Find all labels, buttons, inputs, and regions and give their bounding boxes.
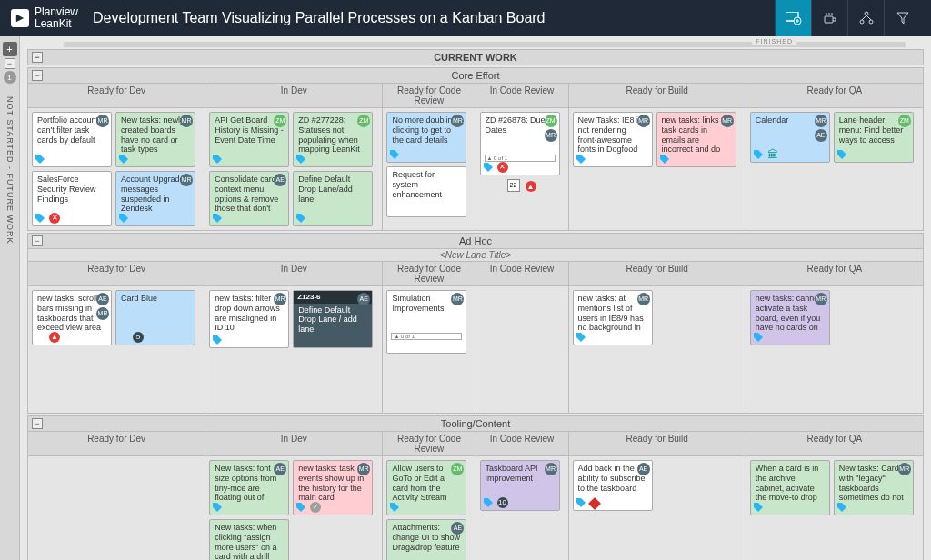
col-in-review[interactable]: In Code Review: [476, 262, 569, 286]
sublane-ad-hoc[interactable]: − Ad Hoc: [27, 233, 924, 249]
col-ready-dev[interactable]: Ready for Dev: [28, 262, 205, 286]
col-in-dev[interactable]: In Dev: [205, 432, 383, 456]
tag-icon: [295, 213, 306, 224]
col-ready-build[interactable]: Ready for Build: [569, 262, 746, 286]
lane-ready-qa[interactable]: When a card is in the archive cabinet, a…: [746, 456, 924, 560]
card[interactable]: Taskboard API ImprovementMR10: [480, 460, 560, 511]
col-ready-dev[interactable]: Ready for Dev: [28, 84, 205, 108]
sublane-core-effort[interactable]: − Core Effort: [27, 67, 924, 84]
card[interactable]: new tasks: at mentions list of users in …: [573, 290, 653, 345]
avatar: ZM: [357, 115, 370, 127]
card[interactable]: Z123-6Define Default Drop Lane / add lan…: [293, 290, 373, 348]
sidebar-add-button[interactable]: +: [3, 42, 17, 56]
card[interactable]: No more doubling clicking to get to the …: [386, 112, 466, 163]
sublane-tooling[interactable]: − Tooling/Content: [27, 415, 924, 432]
lane-ready-dev[interactable]: new tasks: scroll bars missing in taskbo…: [28, 286, 205, 414]
sidebar-collapse-button[interactable]: −: [5, 58, 15, 69]
coffee-icon[interactable]: [811, 0, 847, 36]
lane-ready-qa[interactable]: CalendarMRAE🏛 Lane header menu: Find bet…: [746, 108, 924, 231]
col-ready-dev[interactable]: Ready for Dev: [28, 432, 205, 456]
col-in-review[interactable]: In Code Review: [476, 432, 569, 456]
lane-in-dev[interactable]: API Get Board History is Missing - Event…: [205, 108, 383, 231]
finished-lane-collapsed[interactable]: FINISHED: [64, 42, 906, 47]
col-ready-review[interactable]: Ready for Code Review: [383, 262, 476, 286]
card[interactable]: Simulation ImprovementsMR▲ 0 of 1: [386, 290, 466, 354]
card[interactable]: Allow users to GoTo or Edit a card from …: [386, 460, 466, 515]
card[interactable]: Account Upgrade messages suspended in Ze…: [115, 171, 195, 226]
collapse-button[interactable]: −: [32, 235, 43, 246]
card[interactable]: New tasks: newly created boards have no …: [115, 112, 195, 167]
hierarchy-icon[interactable]: [847, 0, 884, 36]
swimlane-current-work[interactable]: − CURRENT WORK: [27, 49, 924, 65]
card[interactable]: Consolidate card context menu options & …: [209, 171, 289, 226]
col-ready-qa[interactable]: Ready for QA: [746, 432, 924, 456]
card[interactable]: API Get Board History is Missing - Event…: [209, 112, 289, 167]
col-ready-qa[interactable]: Ready for QA: [746, 262, 924, 286]
card[interactable]: Request for system enhancement: [386, 166, 466, 217]
lane-in-dev[interactable]: new tasks: filter drop down arrows are m…: [205, 286, 383, 414]
add-card-button[interactable]: [775, 0, 811, 36]
lane-ready-build[interactable]: new tasks: at mentions list of users in …: [569, 286, 746, 414]
card[interactable]: new tasks: links to task cards in emails…: [656, 112, 736, 167]
col-in-dev[interactable]: In Dev: [205, 262, 383, 286]
lane-ready-review[interactable]: No more doubling clicking to get to the …: [383, 108, 476, 231]
col-ready-build[interactable]: Ready for Build: [569, 432, 746, 456]
collapse-button[interactable]: −: [32, 52, 43, 63]
card[interactable]: Define Default Drop Lane/add lane: [293, 171, 373, 226]
card[interactable]: New tasks: font size options from tiny-m…: [209, 460, 289, 515]
col-in-review[interactable]: In Code Review: [476, 84, 569, 108]
lane-ready-qa[interactable]: new tasks: cannot activate a task board,…: [746, 286, 924, 414]
calendar-icon: 22: [507, 179, 520, 192]
lane-ready-build[interactable]: New Tasks: IE8 is not rendering front-aw…: [569, 108, 746, 231]
card[interactable]: SalesForce Security Review Findings✕: [32, 171, 112, 226]
tag-icon: [389, 502, 400, 513]
lane-in-review[interactable]: ZD #26878: Due Dates ZM MR ▲ 0 of 1 ✕ 22…: [476, 108, 569, 231]
card[interactable]: ZD #277228: Statuses not populating when…: [293, 112, 373, 167]
card[interactable]: new tasks: cannot activate a task board,…: [750, 290, 830, 345]
lane-in-review[interactable]: [476, 286, 569, 414]
tag-icon: [576, 497, 586, 508]
card[interactable]: Portfolio accounts can't filter task car…: [32, 112, 112, 167]
avatar: MR: [180, 115, 193, 127]
card[interactable]: New tasks: Cards with "legacy" taskboard…: [834, 460, 914, 515]
blocked-icon: ✕: [497, 162, 508, 173]
card[interactable]: New Tasks: IE8 is not rendering front-aw…: [573, 112, 653, 167]
finished-label: FINISHED: [752, 38, 796, 45]
lane-in-review[interactable]: Taskboard API ImprovementMR10: [476, 456, 569, 560]
card[interactable]: When a card is in the archive cabinet, a…: [750, 460, 830, 515]
card[interactable]: New tasks: when clicking "assign more us…: [209, 519, 289, 560]
avatar: AE: [274, 174, 286, 186]
tag-icon: [836, 502, 847, 513]
card[interactable]: Lane header menu: Find better ways to ac…: [834, 112, 914, 163]
lane-ready-review[interactable]: Allow users to GoTo or Edit a card from …: [383, 456, 476, 560]
col-ready-qa[interactable]: Ready for QA: [746, 84, 924, 108]
card[interactable]: ZD #26878: Due Dates ZM MR ▲ 0 of 1 ✕: [480, 112, 560, 175]
card[interactable]: new tasks: task events show up in the hi…: [293, 460, 373, 515]
card[interactable]: Attachments: change UI to show Drag&drop…: [386, 519, 466, 560]
avatar: MR: [357, 463, 370, 475]
lane-ready-review[interactable]: Simulation ImprovementsMR▲ 0 of 1: [383, 286, 476, 414]
filter-icon[interactable]: [884, 0, 920, 36]
card[interactable]: new tasks: scroll bars missing in taskbo…: [32, 290, 112, 345]
backlog-sidebar: + − 1 NOT STARTED - FUTURE WORK: [0, 36, 20, 560]
card[interactable]: new tasks: filter drop down arrows are m…: [209, 290, 289, 348]
card[interactable]: CalendarMRAE🏛: [750, 112, 830, 163]
collapse-button[interactable]: −: [32, 70, 43, 81]
svg-marker-0: [16, 15, 24, 22]
new-lane-placeholder[interactable]: <New Lane Title>: [27, 249, 924, 262]
board-title: Development Team Visualizing Parallel Pr…: [93, 10, 775, 26]
col-ready-review[interactable]: Ready for Code Review: [383, 84, 476, 108]
card[interactable]: Card Blue5: [115, 290, 195, 345]
col-ready-review[interactable]: Ready for Code Review: [383, 432, 476, 456]
collapse-button[interactable]: −: [32, 418, 43, 429]
tag-icon: [35, 154, 45, 165]
lane-in-dev[interactable]: New tasks: font size options from tiny-m…: [205, 456, 383, 560]
card[interactable]: Add back in the ability to subscribe to …: [573, 460, 653, 511]
lane-ready-dev[interactable]: [28, 456, 205, 560]
avatar: MR: [96, 115, 109, 127]
col-in-dev[interactable]: In Dev: [205, 84, 383, 108]
lane-ready-dev[interactable]: Portfolio accounts can't filter task car…: [28, 108, 205, 231]
col-ready-build[interactable]: Ready for Build: [569, 84, 746, 108]
avatar: MR: [274, 293, 286, 305]
lane-ready-build[interactable]: Add back in the ability to subscribe to …: [569, 456, 746, 560]
